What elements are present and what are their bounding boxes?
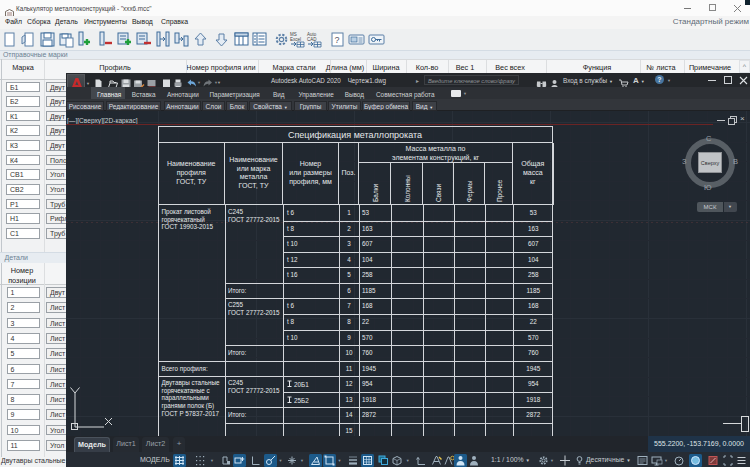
svg-text:CAD: CAD [307,37,317,42]
svg-text:Excel: Excel [290,37,301,42]
svg-text:Прочее: Прочее [496,179,504,202]
svg-text:?: ? [334,35,339,45]
svg-text:Фермы: Фермы [466,180,474,202]
svg-text:Колонны: Колонны [404,175,411,202]
svg-text:Связи: Связи [435,183,442,202]
svg-text:Балки: Балки [372,183,379,202]
